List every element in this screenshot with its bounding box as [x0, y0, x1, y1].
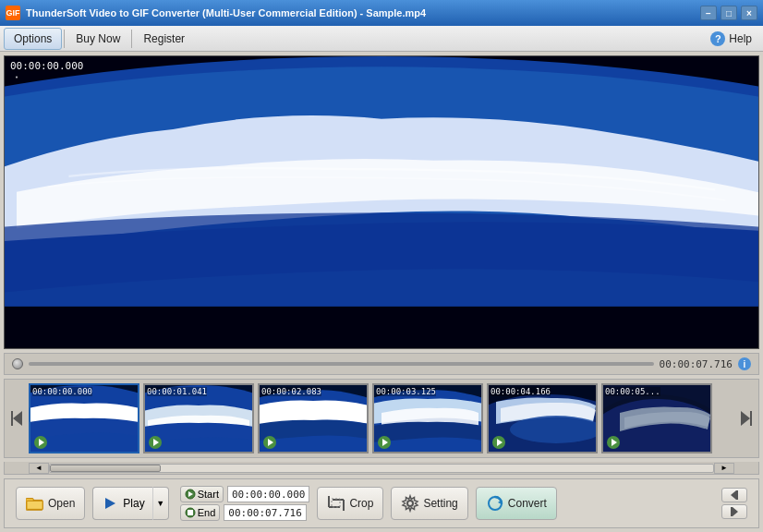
film-frame-5[interactable]: 00:00:05... — [601, 383, 712, 453]
frame-icon-1 — [149, 436, 162, 449]
end-time-value: 00:00:07.716 — [224, 504, 306, 521]
filmstrip-prev-button[interactable] — [6, 407, 29, 429]
menu-bar: Options Buy Now Register ? Help — [0, 26, 763, 52]
frame-icon-4 — [492, 436, 505, 449]
frame-time-1: 00:00:01.041 — [147, 387, 207, 396]
svg-point-47 — [407, 501, 413, 506]
nav-right-button[interactable] — [721, 504, 747, 519]
play-label: Play — [123, 497, 144, 510]
video-preview: 00:00:00.000 — [4, 55, 759, 349]
filmstrip-next-button[interactable] — [734, 407, 757, 429]
end-icon — [185, 507, 196, 518]
minimize-button[interactable]: − — [700, 6, 717, 20]
close-button[interactable]: × — [741, 6, 757, 20]
maximize-button[interactable]: □ — [721, 6, 737, 20]
svg-marker-50 — [731, 490, 736, 500]
filmstrip-items: 00:00:00.000 00:00:01.041 — [29, 383, 734, 453]
frame-icon-5 — [607, 436, 620, 449]
window-title: ThunderSoft Video to GIF Converter (Mult… — [26, 7, 700, 18]
film-frame-1[interactable]: 00:00:01.041 — [143, 383, 254, 453]
film-frame-2[interactable]: 00:00:02.083 — [258, 383, 369, 453]
frame-time-4: 00:00:04.166 — [490, 387, 551, 396]
start-button[interactable]: Start — [180, 486, 224, 502]
svg-marker-15 — [13, 411, 22, 426]
info-icon[interactable]: i — [738, 357, 751, 370]
frame-time-5: 00:00:05... — [605, 387, 660, 396]
folder-icon — [26, 494, 44, 513]
svg-marker-37 — [105, 498, 115, 509]
video-frame — [5, 56, 758, 348]
time-controls: Start 00:00:00.000 End 00:00:07.716 — [180, 486, 310, 521]
svg-rect-36 — [27, 501, 42, 509]
svg-marker-52 — [733, 507, 738, 516]
svg-rect-53 — [731, 507, 733, 516]
end-button[interactable]: End — [180, 504, 221, 521]
crop-button[interactable]: Crop — [317, 487, 383, 520]
filmstrip-scrollbar[interactable]: ◄ ► — [4, 462, 759, 475]
help-button[interactable]: ? Help — [703, 28, 759, 50]
video-timestamp: 00:00:00.000 — [10, 60, 83, 72]
start-time-row: Start 00:00:00.000 — [180, 486, 310, 502]
frame-icon-0 — [34, 436, 47, 449]
menu-options[interactable]: Options — [4, 28, 62, 50]
open-button[interactable]: Open — [16, 487, 85, 520]
scroll-left-button[interactable]: ◄ — [29, 463, 49, 474]
frame-icon-3 — [378, 436, 391, 449]
seek-bar[interactable]: 00:00:07.716 i — [4, 353, 759, 375]
nav-left-button[interactable] — [721, 488, 747, 502]
filmstrip: 00:00:00.000 00:00:01.041 — [6, 383, 757, 453]
app-icon: GIF — [6, 6, 20, 20]
film-frame-0[interactable]: 00:00:00.000 — [29, 383, 139, 453]
seek-handle[interactable] — [12, 358, 23, 369]
main-content: 00:00:00.000 00:00:07.716 i 00:00:00.000 — [0, 52, 763, 532]
title-bar: GIF ThunderSoft Video to GIF Converter (… — [0, 0, 763, 26]
open-label: Open — [48, 497, 75, 510]
menu-register[interactable]: Register — [134, 29, 194, 49]
frame-time-2: 00:00:02.083 — [261, 387, 321, 396]
play-icon — [101, 494, 119, 513]
convert-button[interactable]: Convert — [476, 487, 557, 520]
svg-rect-51 — [736, 490, 738, 500]
menu-buy-now[interactable]: Buy Now — [67, 29, 129, 49]
svg-point-1 — [16, 76, 18, 78]
crop-icon — [327, 494, 345, 513]
frame-icon-2 — [263, 436, 276, 449]
filmstrip-container: 00:00:00.000 00:00:01.041 — [4, 379, 759, 458]
play-dropdown-arrow[interactable]: ▼ — [152, 487, 169, 520]
svg-rect-41 — [188, 510, 193, 515]
convert-icon — [486, 494, 504, 513]
help-icon: ? — [710, 31, 725, 46]
scroll-thumb[interactable] — [50, 465, 161, 472]
play-dropdown: Play ▼ — [92, 487, 168, 520]
navigation-buttons — [721, 488, 747, 519]
menu-separator-1 — [64, 30, 65, 48]
seek-track[interactable] — [29, 362, 654, 366]
frame-time-3: 00:00:03.125 — [376, 387, 436, 396]
play-button[interactable]: Play — [92, 487, 151, 520]
duration-text: 00:00:07.716 — [660, 358, 733, 370]
scroll-track[interactable] — [49, 464, 714, 473]
setting-label: Setting — [423, 497, 457, 510]
svg-marker-32 — [741, 411, 750, 426]
frame-time-0: 00:00:00.000 — [32, 387, 92, 396]
menu-separator-2 — [131, 30, 132, 48]
svg-rect-14 — [5, 307, 758, 348]
scroll-right-button[interactable]: ► — [714, 463, 734, 474]
start-time-value: 00:00:00.000 — [227, 486, 309, 502]
bottom-toolbar: Open Play ▼ S — [4, 478, 759, 528]
gear-icon — [401, 494, 419, 513]
setting-button[interactable]: Setting — [391, 487, 467, 520]
window-controls: − □ × — [700, 6, 757, 20]
convert-label: Convert — [508, 497, 547, 510]
end-time-row: End 00:00:07.716 — [180, 504, 310, 521]
crop-label: Crop — [349, 497, 373, 510]
start-icon — [185, 489, 196, 500]
film-frame-4[interactable]: 00:00:04.166 — [487, 383, 598, 453]
film-frame-3[interactable]: 00:00:03.125 — [372, 383, 483, 453]
